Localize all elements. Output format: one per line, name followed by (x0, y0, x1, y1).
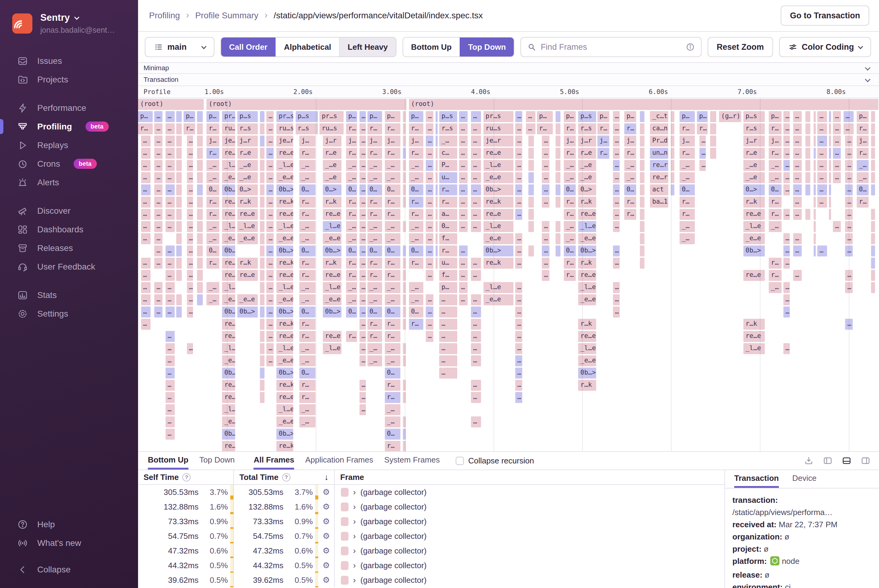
flame-frame[interactable]: … (613, 148, 620, 159)
flame-frame[interactable] (871, 123, 875, 134)
flame-frame[interactable]: _l…e (578, 343, 596, 354)
flame-frame[interactable] (556, 148, 560, 159)
flame-frame[interactable]: r… (564, 209, 576, 220)
flame-frame[interactable]: … (459, 246, 468, 256)
flame-frame[interactable]: j… (597, 135, 609, 147)
flame-frame[interactable]: 0… (409, 246, 423, 256)
flame-frame[interactable]: _…e (237, 160, 258, 171)
flame-frame[interactable]: … (426, 270, 433, 281)
tab-system-frames[interactable]: System Frames (384, 452, 440, 470)
flame-frame[interactable]: _… (299, 233, 316, 244)
flame-frame[interactable]: r…k (578, 196, 596, 208)
flame-frame[interactable]: 0… (346, 306, 357, 318)
flame-frame[interactable]: … (542, 160, 550, 171)
flame-frame[interactable]: … (783, 184, 790, 195)
flame-frame[interactable] (403, 148, 406, 159)
flame-frame[interactable]: u… (439, 172, 457, 183)
flame-frame[interactable]: … (471, 111, 481, 122)
flame-frame[interactable] (805, 160, 810, 171)
flame-frame[interactable]: … (515, 294, 523, 305)
flame-frame[interactable] (528, 196, 534, 208)
flame-frame[interactable] (640, 160, 644, 171)
flame-frame[interactable] (403, 111, 406, 122)
flame-frame[interactable]: … (154, 123, 162, 134)
flame-frame[interactable]: r… (346, 209, 357, 220)
flame-frame[interactable]: … (187, 209, 193, 220)
flame-frame[interactable] (260, 135, 264, 147)
flame-frame[interactable] (814, 233, 816, 244)
flame-frame[interactable]: … (845, 196, 853, 208)
flame-frame[interactable] (871, 160, 875, 171)
flame-frame[interactable]: _…e (578, 172, 596, 183)
flame-frame[interactable]: … (165, 380, 175, 391)
flame-frame[interactable]: 0… (385, 429, 400, 440)
flame-frame[interactable]: j… (769, 135, 781, 147)
flame-frame[interactable] (871, 184, 875, 195)
flame-frame[interactable]: re…k (222, 441, 235, 451)
flame-frame[interactable]: … (359, 148, 366, 159)
flame-frame[interactable] (260, 294, 264, 305)
flame-frame[interactable] (556, 221, 560, 232)
flame-frame[interactable]: … (187, 196, 193, 208)
flame-frame[interactable]: … (793, 148, 802, 159)
flame-frame[interactable]: … (426, 233, 433, 244)
flame-frame[interactable]: … (471, 392, 481, 403)
flame-frame[interactable]: 0… (299, 246, 316, 256)
flame-frame[interactable]: … (515, 258, 523, 268)
flame-frame[interactable]: _… (367, 294, 382, 305)
flame-frame[interactable] (176, 233, 182, 244)
flame-frame[interactable]: ru…s (484, 123, 514, 134)
flame-frame[interactable]: re…k (484, 196, 514, 208)
flame-frame[interactable]: … (266, 135, 273, 147)
flame-frame[interactable]: … (165, 184, 175, 195)
flame-frame[interactable] (436, 233, 438, 244)
flame-frame[interactable]: … (515, 196, 523, 208)
flame-frame[interactable]: _e…e (222, 356, 235, 366)
flame-frame[interactable] (436, 148, 438, 159)
flame-frame[interactable]: … (459, 258, 468, 268)
flame-frame[interactable]: r… (138, 123, 153, 134)
flame-frame[interactable]: … (426, 123, 433, 134)
flame-frame[interactable] (528, 209, 534, 220)
gear-icon[interactable]: ⚙ (318, 546, 334, 556)
flame-frame[interactable] (640, 148, 644, 159)
flame-frame[interactable]: 0… (857, 184, 868, 195)
flame-frame[interactable]: … (844, 123, 853, 134)
flame-frame[interactable]: p… (367, 111, 382, 122)
flame-frame[interactable]: … (542, 233, 550, 244)
flame-frame[interactable] (871, 148, 875, 159)
flame-frame[interactable]: _… (409, 282, 423, 293)
flame-frame[interactable]: _l…e (276, 221, 293, 232)
layout-bottom-button[interactable] (842, 456, 852, 466)
flame-frame[interactable]: … (165, 294, 175, 305)
flame-frame[interactable]: r… (409, 258, 423, 268)
flame-frame[interactable]: … (471, 306, 481, 318)
flame-frame[interactable]: … (165, 196, 175, 208)
flame-frame[interactable]: … (141, 160, 151, 171)
flame-frame[interactable] (176, 111, 182, 122)
flame-frame[interactable]: _… (367, 221, 382, 232)
flame-frame[interactable]: p… (346, 111, 357, 122)
flame-frame[interactable]: _e…e (276, 416, 293, 428)
flame-frame[interactable]: re…k (276, 258, 293, 268)
flame-frame[interactable]: j…r (237, 135, 258, 147)
flame-frame[interactable]: 0…> (578, 184, 596, 195)
flame-frame[interactable]: … (459, 221, 468, 232)
flame-frame[interactable]: _…e (323, 160, 341, 171)
flame-frame[interactable]: _e…e (484, 233, 514, 244)
flame-frame[interactable]: _… (346, 282, 357, 293)
flame-frame[interactable] (710, 123, 716, 134)
flame-frame[interactable]: j… (385, 135, 400, 147)
flame-frame[interactable]: … (471, 196, 481, 208)
flame-frame[interactable] (403, 123, 406, 134)
flame-frame[interactable]: _… (409, 233, 423, 244)
flame-frame[interactable]: … (439, 319, 457, 330)
flame-frame[interactable]: _… (409, 172, 423, 183)
flame-frame[interactable]: _… (385, 294, 400, 305)
flame-frame[interactable]: a… (439, 209, 457, 220)
flame-frame[interactable]: … (542, 172, 550, 183)
flame-frame[interactable]: r… (385, 331, 400, 342)
flame-frame[interactable]: … (154, 233, 162, 244)
flame-frame[interactable]: … (187, 184, 193, 195)
flame-frame[interactable]: _l…e (744, 343, 765, 354)
